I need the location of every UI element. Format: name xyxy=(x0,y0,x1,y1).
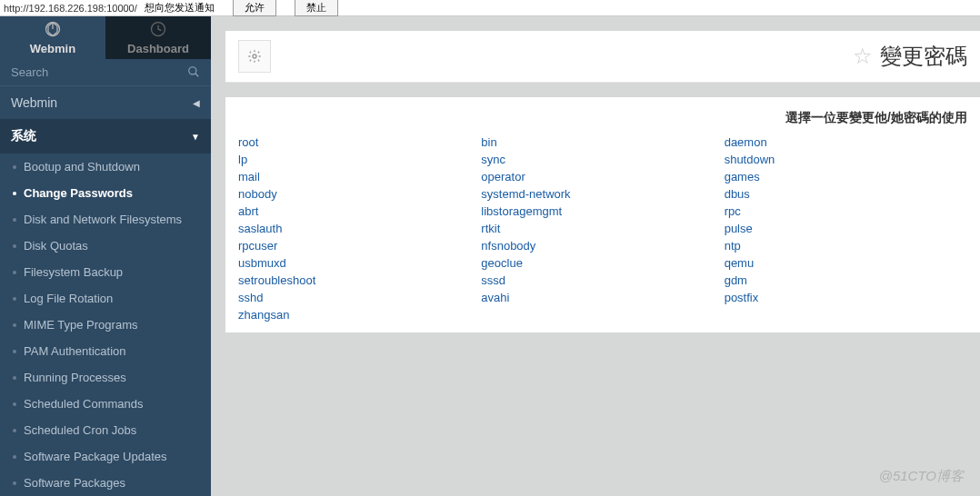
table-row: usbmuxdgeoclueqemu xyxy=(238,254,967,272)
header-panel: ☆ 變更密碼 xyxy=(225,31,980,83)
watermark: @51CTO博客 xyxy=(879,468,964,485)
user-link-abrt[interactable]: abrt xyxy=(238,204,258,218)
table-cell: rtkit xyxy=(481,220,724,237)
user-link-usbmuxd[interactable]: usbmuxd xyxy=(238,256,286,270)
sidebar-item-pam-authentication[interactable]: PAM Authentication xyxy=(0,338,211,364)
nav-bullet-icon xyxy=(13,323,16,327)
sidebar-item-disk-and-network-filesystems[interactable]: Disk and Network Filesystems xyxy=(0,206,211,233)
user-link-gdm[interactable]: gdm xyxy=(725,273,747,287)
tab-dashboard-label: Dashboard xyxy=(127,42,189,55)
user-link-rtkit[interactable]: rtkit xyxy=(481,222,500,235)
user-link-nfsnobody[interactable]: nfsnobody xyxy=(481,239,535,253)
table-cell: setroubleshoot xyxy=(238,272,481,289)
table-cell: games xyxy=(725,168,967,185)
main-content: ☆ 變更密碼 選擇一位要變更他/她密碼的使用 rootbindaemonlpsy… xyxy=(211,16,980,496)
user-link-qemu[interactable]: qemu xyxy=(725,256,755,270)
table-cell: qemu xyxy=(725,254,967,272)
gear-icon xyxy=(247,49,262,64)
sidebar-item-label: PAM Authentication xyxy=(24,344,126,358)
user-link-zhangsan[interactable]: zhangsan xyxy=(238,308,289,322)
svg-line-3 xyxy=(195,74,199,77)
table-row: abrtlibstoragemgmtrpc xyxy=(238,203,967,220)
user-link-operator[interactable]: operator xyxy=(481,170,525,184)
sidebar-item-software-package-updates[interactable]: Software Package Updates xyxy=(0,443,211,470)
table-cell: usbmuxd xyxy=(238,254,481,272)
user-link-systemd-network[interactable]: systemd-network xyxy=(481,187,570,201)
table-row: rpcusernfsnobodyntp xyxy=(238,237,967,254)
user-link-nobody[interactable]: nobody xyxy=(238,187,277,201)
user-link-postfix[interactable]: postfix xyxy=(725,291,759,304)
tab-webmin[interactable]: Webmin xyxy=(0,16,105,59)
table-cell: dbus xyxy=(725,185,967,203)
user-link-lp[interactable]: lp xyxy=(238,153,247,166)
sidebar-item-label: MIME Type Programs xyxy=(24,318,137,332)
user-link-ntp[interactable]: ntp xyxy=(725,239,741,253)
user-link-avahi[interactable]: avahi xyxy=(481,291,509,304)
sidebar-item-scheduled-cron-jobs[interactable]: Scheduled Cron Jobs xyxy=(0,417,211,443)
sidebar-item-disk-quotas[interactable]: Disk Quotas xyxy=(0,233,211,259)
nav-bullet-icon xyxy=(13,481,16,485)
user-link-setroubleshoot[interactable]: setroubleshoot xyxy=(238,273,315,287)
table-cell xyxy=(725,306,967,323)
table-row: saslauthrtkitpulse xyxy=(238,220,967,237)
table-cell xyxy=(481,306,724,323)
sidebar-item-label: Software Package Updates xyxy=(24,450,167,463)
allow-button[interactable]: 允许 xyxy=(233,0,276,16)
nav-section-system[interactable]: 系统 ▼ xyxy=(0,119,211,154)
table-row: setroubleshootsssdgdm xyxy=(238,272,967,289)
user-link-shutdown[interactable]: shutdown xyxy=(725,153,775,166)
user-link-rpc[interactable]: rpc xyxy=(725,204,741,218)
block-button[interactable]: 禁止 xyxy=(295,0,338,16)
nav-bullet-icon xyxy=(13,350,16,353)
user-link-pulse[interactable]: pulse xyxy=(725,222,753,235)
nav-bullet-icon xyxy=(13,376,16,380)
user-link-sshd[interactable]: sshd xyxy=(238,291,263,304)
user-link-sssd[interactable]: sssd xyxy=(481,273,505,287)
tab-dashboard[interactable]: Dashboard xyxy=(105,16,211,59)
user-link-rpcuser[interactable]: rpcuser xyxy=(238,239,277,253)
sidebar-item-bootup-and-shutdown[interactable]: Bootup and Shutdown xyxy=(0,154,211,180)
user-link-dbus[interactable]: dbus xyxy=(725,187,750,201)
star-icon[interactable]: ☆ xyxy=(853,44,873,69)
nav-section-label: 系统 xyxy=(11,128,36,144)
sidebar-item-filesystem-backup[interactable]: Filesystem Backup xyxy=(0,259,211,285)
table-row: zhangsan xyxy=(238,306,967,323)
sidebar-item-software-packages[interactable]: Software Packages xyxy=(0,470,211,496)
table-cell: libstoragemgmt xyxy=(481,203,724,220)
table-cell: postfix xyxy=(725,289,967,306)
table-cell: gdm xyxy=(725,272,967,289)
url-text: http://192.168.226.198:10000/ xyxy=(4,3,137,14)
sidebar-item-log-file-rotation[interactable]: Log File Rotation xyxy=(0,285,211,312)
sidebar-item-change-passwords[interactable]: Change Passwords xyxy=(0,180,211,206)
sidebar-item-label: Log File Rotation xyxy=(24,292,113,305)
user-link-bin[interactable]: bin xyxy=(481,135,496,149)
user-link-saslauth[interactable]: saslauth xyxy=(238,222,282,235)
search-input[interactable] xyxy=(11,65,187,79)
table-row: nobodysystemd-networkdbus xyxy=(238,185,967,203)
sidebar-item-running-processes[interactable]: Running Processes xyxy=(0,364,211,391)
user-link-root[interactable]: root xyxy=(238,135,258,149)
svg-point-4 xyxy=(253,55,256,58)
user-link-mail[interactable]: mail xyxy=(238,170,260,184)
table-cell: rpcuser xyxy=(238,237,481,254)
sidebar: Webmin Dashboard Webmin ◀ 系统 ▼ Bootup an… xyxy=(0,16,211,496)
nav-bullet-icon xyxy=(13,192,16,195)
nav-section-webmin[interactable]: Webmin ◀ xyxy=(0,86,211,119)
gear-button[interactable] xyxy=(238,40,271,73)
nav-bullet-icon xyxy=(13,165,16,169)
sidebar-item-label: Change Passwords xyxy=(24,186,133,200)
sidebar-item-label: Filesystem Backup xyxy=(24,265,123,279)
user-link-games[interactable]: games xyxy=(725,170,760,184)
user-link-daemon[interactable]: daemon xyxy=(725,135,767,149)
sidebar-item-scheduled-commands[interactable]: Scheduled Commands xyxy=(0,391,211,417)
user-link-libstoragemgmt[interactable]: libstoragemgmt xyxy=(481,204,562,218)
sidebar-item-mime-type-programs[interactable]: MIME Type Programs xyxy=(0,312,211,338)
search-bar xyxy=(0,59,211,86)
user-link-geoclue[interactable]: geoclue xyxy=(481,256,523,270)
user-link-sync[interactable]: sync xyxy=(481,153,505,166)
search-icon[interactable] xyxy=(187,65,200,78)
dashboard-icon xyxy=(149,20,167,38)
table-row: lpsyncshutdown xyxy=(238,151,967,168)
sidebar-item-label: Scheduled Cron Jobs xyxy=(24,423,136,437)
prompt-text: 想向您发送通知 xyxy=(145,1,215,15)
